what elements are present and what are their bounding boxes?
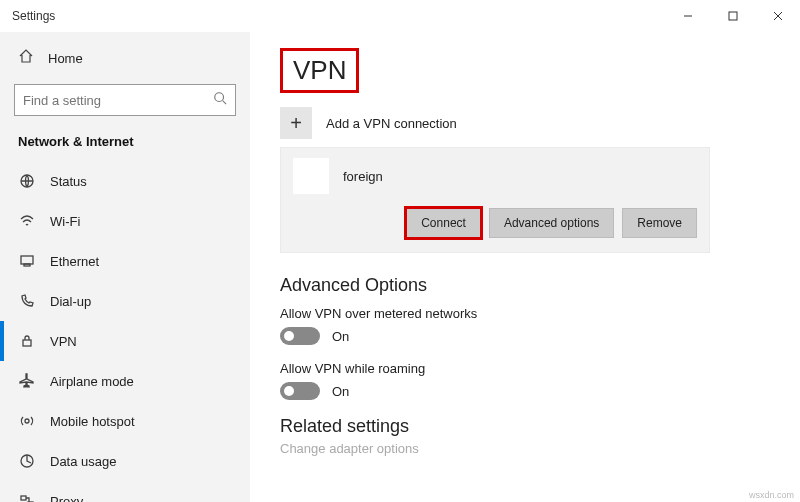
home-button[interactable]: Home — [0, 38, 250, 78]
svg-rect-12 — [21, 496, 26, 500]
datausage-icon — [18, 453, 36, 469]
search-input[interactable] — [23, 93, 213, 108]
search-box[interactable] — [14, 84, 236, 116]
ethernet-icon — [18, 253, 36, 269]
metered-toggle[interactable] — [280, 327, 320, 345]
window-controls — [665, 0, 800, 32]
add-vpn-row[interactable]: + Add a VPN connection — [280, 107, 770, 139]
dialup-icon — [18, 293, 36, 309]
change-adapter-link[interactable]: Change adapter options — [280, 441, 770, 456]
vpn-connection-icon — [293, 158, 329, 194]
svg-line-5 — [223, 101, 227, 105]
vpn-icon — [18, 333, 36, 349]
titlebar: Settings — [0, 0, 800, 32]
advanced-options-heading: Advanced Options — [280, 275, 770, 296]
page-title-highlight: VPN — [280, 48, 359, 93]
sidebar-item-ethernet[interactable]: Ethernet — [0, 241, 250, 281]
sidebar-item-hotspot[interactable]: Mobile hotspot — [0, 401, 250, 441]
svg-point-10 — [25, 419, 29, 423]
advanced-options-button[interactable]: Advanced options — [489, 208, 614, 238]
metered-toggle-state: On — [332, 329, 349, 344]
metered-label: Allow VPN over metered networks — [280, 306, 770, 321]
roaming-toggle-state: On — [332, 384, 349, 399]
vpn-connection-name: foreign — [343, 169, 383, 184]
vpn-connection-entry[interactable]: foreign Connect Advanced options Remove — [280, 147, 710, 253]
sidebar-item-status[interactable]: Status — [0, 161, 250, 201]
roaming-label: Allow VPN while roaming — [280, 361, 770, 376]
home-icon — [18, 48, 34, 68]
roaming-toggle[interactable] — [280, 382, 320, 400]
sidebar-item-airplane[interactable]: Airplane mode — [0, 361, 250, 401]
sidebar-category: Network & Internet — [0, 126, 250, 161]
wifi-icon — [18, 213, 36, 229]
status-icon — [18, 173, 36, 189]
connect-button[interactable]: Connect — [406, 208, 481, 238]
maximize-button[interactable] — [710, 0, 755, 32]
sidebar-item-datausage[interactable]: Data usage — [0, 441, 250, 481]
window-title: Settings — [12, 9, 55, 23]
sidebar-item-proxy[interactable]: Proxy — [0, 481, 250, 502]
add-vpn-label: Add a VPN connection — [326, 116, 457, 131]
close-button[interactable] — [755, 0, 800, 32]
main-content: VPN + Add a VPN connection foreign Conne… — [250, 32, 800, 502]
proxy-icon — [18, 493, 36, 502]
svg-rect-7 — [21, 256, 33, 264]
sidebar: Home Network & Internet Status Wi-Fi Eth… — [0, 32, 250, 502]
hotspot-icon — [18, 413, 36, 429]
home-label: Home — [48, 51, 83, 66]
search-icon — [213, 91, 227, 109]
watermark: wsxdn.com — [749, 490, 794, 500]
page-title: VPN — [293, 55, 346, 86]
svg-point-4 — [215, 93, 224, 102]
sidebar-item-dialup[interactable]: Dial-up — [0, 281, 250, 321]
svg-rect-1 — [729, 12, 737, 20]
plus-icon: + — [280, 107, 312, 139]
svg-rect-9 — [23, 340, 31, 346]
related-settings-heading: Related settings — [280, 416, 770, 437]
svg-rect-8 — [24, 264, 30, 266]
sidebar-item-wifi[interactable]: Wi-Fi — [0, 201, 250, 241]
minimize-button[interactable] — [665, 0, 710, 32]
sidebar-item-vpn[interactable]: VPN — [0, 321, 250, 361]
remove-button[interactable]: Remove — [622, 208, 697, 238]
airplane-icon — [18, 373, 36, 389]
